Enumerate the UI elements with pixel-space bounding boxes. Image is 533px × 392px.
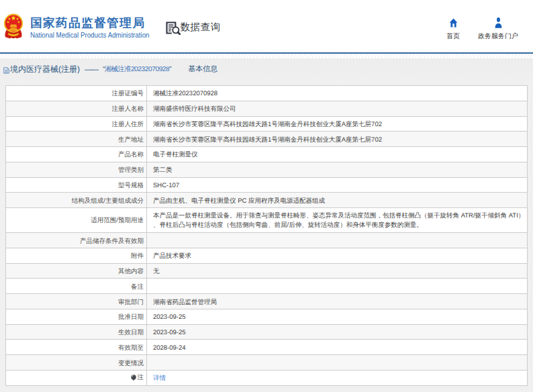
breadcrumb-prefix: 境内医疗器械(注册) bbox=[10, 64, 80, 75]
row-label: 审批部门 bbox=[6, 294, 147, 309]
row-value: 产品由主机、电子脊柱测量仪 PC 应用程序及电源适配器组成 bbox=[147, 193, 528, 208]
table-row: 附件产品技术要求 bbox=[6, 248, 528, 263]
row-label: 批准日期 bbox=[6, 309, 147, 324]
table-row: 审批部门湖南省药品监督管理局 bbox=[6, 294, 528, 309]
row-label: 管理类别 bbox=[6, 162, 147, 177]
row-label: 结构及组成/主要组成成分 bbox=[6, 193, 147, 208]
table-row: 注册人名称湖南盛倍特医疗科技有限公司 bbox=[6, 101, 528, 116]
row-value: 产品技术要求 bbox=[147, 248, 528, 263]
row-label: 产品储存条件及有效期 bbox=[6, 233, 147, 248]
row-label: 型号规格 bbox=[6, 177, 147, 193]
row-value: 详情 bbox=[147, 371, 528, 386]
breadcrumb-dash: —— bbox=[85, 66, 98, 74]
row-value: 第二类 bbox=[147, 162, 528, 177]
data-query-section[interactable]: 数据查询 bbox=[166, 21, 221, 35]
nav-portal[interactable]: 政务服务门户 bbox=[478, 17, 518, 41]
table-row: 生产地址湖南省长沙市芙蓉区隆平高科技园雄天路1号湖南金丹科技创业大厦A座第七层7… bbox=[6, 132, 528, 147]
note-label-group: 注 bbox=[130, 373, 144, 382]
brand-text: 国家药品监督管理局 National Medical Products Admi… bbox=[30, 13, 157, 39]
person-icon bbox=[494, 17, 503, 29]
breadcrumb-quoted-cert: “湘械注准20232070928” bbox=[103, 65, 171, 75]
table-row: 结构及组成/主要组成成分产品由主机、电子脊柱测量仪 PC 应用程序及电源适配器组… bbox=[6, 193, 528, 208]
data-query-icon bbox=[166, 21, 181, 35]
table-row: 管理类别第二类 bbox=[6, 162, 528, 177]
row-value bbox=[147, 355, 528, 371]
row-value: 2023-09-25 bbox=[147, 324, 528, 340]
note-icon bbox=[130, 374, 137, 381]
nav-home[interactable]: 首页 bbox=[446, 17, 460, 41]
table-row: 产品名称电子脊柱测量仪 bbox=[6, 147, 528, 162]
row-label: 注 bbox=[6, 371, 147, 386]
row-label: 生产地址 bbox=[6, 132, 147, 147]
nav-portal-label: 政务服务门户 bbox=[478, 32, 518, 41]
row-label: 生效日期 bbox=[6, 324, 147, 340]
row-label: 适用范围/预期用途 bbox=[6, 208, 147, 233]
table-row: 型号规格SHC-107 bbox=[6, 177, 528, 193]
table-row: 其他内容无 bbox=[6, 263, 528, 279]
row-value: 湘械注准20232070928 bbox=[147, 86, 528, 101]
row-label-text: 注 bbox=[138, 373, 144, 382]
row-label: 变更情况 bbox=[6, 355, 147, 371]
row-value: 湖南省药品监督管理局 bbox=[147, 294, 528, 309]
table-row: 批准日期2023-09-25 bbox=[6, 309, 528, 324]
row-label: 注册人住所 bbox=[6, 116, 147, 132]
table-row: 适用范围/预期用途本产品是一款脊柱测量设备。用于筛查与测量脊柱畸形、姿态异常及活… bbox=[6, 208, 528, 233]
site-title: 国家药品监督管理局 bbox=[30, 17, 157, 30]
row-label: 注册证编号 bbox=[6, 86, 147, 101]
row-value: 本产品是一款脊柱测量设备。用于筛查与测量脊柱畸形、姿态异常及活动度范围，包括脊柱… bbox=[147, 208, 528, 233]
breadcrumb: 境内医疗器械(注册) —— “湘械注准20232070928” 基本信息 bbox=[3, 64, 217, 75]
row-label: 其他内容 bbox=[6, 263, 147, 279]
row-value: 2028-09-24 bbox=[147, 340, 528, 355]
table-row: 备注 bbox=[6, 279, 528, 294]
data-query-label: 数据查询 bbox=[181, 21, 221, 34]
document-icon bbox=[3, 66, 9, 75]
table-row: 注册证编号湘械注准20232070928 bbox=[6, 86, 528, 101]
row-value: 电子脊柱测量仪 bbox=[147, 147, 528, 162]
detail-link[interactable]: 详情 bbox=[153, 375, 166, 382]
row-label: 有效期至 bbox=[6, 340, 147, 355]
row-value: 无 bbox=[147, 263, 528, 279]
national-emblem-logo bbox=[3, 13, 23, 39]
hatch-strip bbox=[0, 54, 533, 59]
table-row: 注详情 bbox=[6, 371, 528, 386]
row-value: 湖南省长沙市芙蓉区隆平高科技园雄天路1号湖南金丹科技创业大厦A座第七层702 bbox=[147, 116, 528, 132]
row-value: 湖南省长沙市芙蓉区隆平高科技园雄天路1号湖南金丹科技创业大厦A座第七层702 bbox=[147, 132, 528, 147]
table-row: 产品储存条件及有效期 bbox=[6, 233, 528, 248]
brand[interactable]: 国家药品监督管理局 National Medical Products Admi… bbox=[3, 13, 157, 39]
row-value: 湖南盛倍特医疗科技有限公司 bbox=[147, 101, 528, 116]
table-row: 生效日期2023-09-25 bbox=[6, 324, 528, 340]
row-value bbox=[147, 233, 528, 248]
table-row: 变更情况 bbox=[6, 355, 528, 371]
breadcrumb-cert-no: 湘械注准20232070928 bbox=[105, 66, 169, 73]
site-subtitle: National Medical Products Administration bbox=[30, 32, 150, 39]
row-label: 附件 bbox=[6, 248, 147, 263]
breadcrumb-suffix: 基本信息 bbox=[188, 64, 217, 75]
row-label: 注册人名称 bbox=[6, 101, 147, 116]
row-value: SHC-107 bbox=[147, 177, 528, 193]
nav-home-label: 首页 bbox=[446, 32, 460, 41]
table-row: 注册人住所湖南省长沙市芙蓉区隆平高科技园雄天路1号湖南金丹科技创业大厦A座第七层… bbox=[6, 116, 528, 132]
table-row: 有效期至2028-09-24 bbox=[6, 340, 528, 355]
row-label: 产品名称 bbox=[6, 147, 147, 162]
home-icon bbox=[449, 17, 458, 28]
site-header: 国家药品监督管理局 National Medical Products Admi… bbox=[0, 0, 533, 52]
row-value: 2023-09-25 bbox=[147, 309, 528, 324]
row-value bbox=[147, 279, 528, 294]
row-label: 备注 bbox=[6, 279, 147, 294]
registration-info-table: 注册证编号湘械注准20232070928注册人名称湖南盛倍特医疗科技有限公司注册… bbox=[5, 85, 528, 386]
breadcrumb-quote-close: ” bbox=[169, 66, 171, 73]
